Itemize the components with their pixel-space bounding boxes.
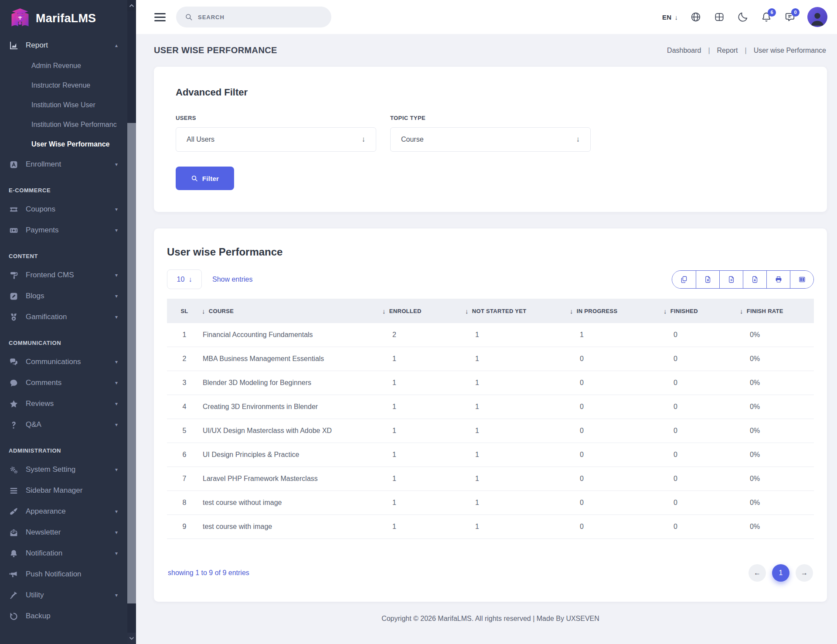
sidebar-section-e-commerce: E-COMMERCE [0, 175, 127, 199]
sidebar-subitem-user-wise-performance[interactable]: User Wise Performance [0, 134, 127, 154]
payments-icon [9, 226, 18, 235]
sidebar-item-sidebar-manager[interactable]: Sidebar Manager [0, 480, 127, 501]
brand-logo[interactable]: MarifaLMS [0, 0, 127, 35]
sidebar-item-push-notification[interactable]: Push Notification [0, 564, 127, 585]
previous-page-button[interactable]: ← [749, 564, 766, 582]
export-csv-button[interactable] [719, 271, 743, 288]
sidebar-item-label: Reviews [26, 399, 54, 408]
breadcrumb-report[interactable]: Report [717, 47, 738, 55]
column-header-not-started-yet: ↓NOT STARTED YET [465, 307, 570, 315]
value-cell: 0% [740, 403, 814, 411]
export-print-button[interactable] [766, 271, 790, 288]
sidebar-item-blogs[interactable]: Blogs▾ [0, 286, 127, 307]
filter-button[interactable]: Filter [176, 167, 234, 190]
globe-icon[interactable] [690, 11, 701, 23]
page-content: USER WISE PERFORMANCE Dashboard | Report… [136, 34, 837, 644]
chevron-down-icon: ▾ [115, 161, 118, 167]
user-avatar[interactable] [807, 7, 827, 27]
sidebar-item-communications[interactable]: Communications▾ [0, 351, 127, 372]
value-cell: 0% [740, 451, 814, 459]
value-cell: 1 [465, 475, 570, 483]
value-cell: 1 [465, 451, 570, 459]
search-icon [191, 175, 198, 182]
brand-name: MarifaLMS [36, 12, 96, 25]
sort-arrow-icon[interactable]: ↓ [663, 307, 667, 315]
sidebar-item-system-setting[interactable]: System Setting▾ [0, 459, 127, 480]
column-header-label: SL [180, 308, 188, 314]
export-pdf-button[interactable] [743, 271, 766, 288]
column-header-label: NOT STARTED YET [472, 308, 527, 314]
paint-roller-icon [9, 271, 18, 280]
sidebar-subitem-institution-wise-performanc[interactable]: Institution Wise Performanc [0, 115, 127, 134]
dark-mode-moon-icon[interactable] [737, 11, 749, 23]
layout-grid-icon[interactable] [713, 11, 725, 23]
current-page-button[interactable]: 1 [772, 564, 789, 582]
value-cell: 0 [570, 379, 663, 387]
export-button-group [672, 270, 814, 289]
sidebar-item-q-a[interactable]: Q&A▾ [0, 414, 127, 435]
sidebar-item-gamification[interactable]: Gamification▾ [0, 307, 127, 327]
next-page-button[interactable]: → [796, 564, 813, 582]
sidebar-subitem-institution-wise-user[interactable]: Institution Wise User [0, 95, 127, 115]
messages-icon[interactable]: 0 [784, 11, 796, 23]
sort-arrow-icon[interactable]: ↓ [202, 307, 205, 315]
sidebar-item-payments[interactable]: Payments▾ [0, 220, 127, 241]
table-card-title: User wise Performance [154, 246, 827, 258]
value-cell: 1 [382, 499, 465, 507]
export-excel-button[interactable] [696, 271, 719, 288]
chevron-down-icon: ▾ [115, 314, 118, 320]
sidebar-item-notification[interactable]: Notification▾ [0, 543, 127, 564]
print-export-icon [775, 276, 783, 283]
sidebar-scrollbar[interactable] [127, 0, 136, 644]
sidebar-item-newsletter[interactable]: Newsletter▾ [0, 522, 127, 543]
export-copy-button[interactable] [672, 271, 696, 288]
sidebar-item-label: Communications [26, 358, 81, 366]
sidebar-subitem-instructor-revenue[interactable]: Instructor Revenue [0, 75, 127, 95]
value-cell: 0 [570, 427, 663, 435]
value-cell: 1 [382, 475, 465, 483]
value-cell: 0 [570, 523, 663, 531]
search-bar[interactable] [176, 7, 331, 27]
value-cell: 0 [663, 355, 740, 363]
sort-arrow-icon[interactable]: ↓ [740, 307, 743, 315]
sidebar-item-frontend-cms[interactable]: Frontend CMS▾ [0, 265, 127, 286]
scroll-down-icon[interactable] [127, 633, 136, 644]
value-cell: 0 [663, 331, 740, 339]
breadcrumb: Dashboard | Report | User wise Performan… [667, 47, 826, 55]
sort-arrow-icon[interactable]: ↓ [382, 307, 386, 315]
sidebar-item-appearance[interactable]: Appearance▾ [0, 501, 127, 522]
scrollbar-thumb[interactable] [127, 123, 136, 603]
course-cell: test course without image [202, 499, 382, 507]
sort-arrow-icon[interactable]: ↓ [465, 307, 469, 315]
language-selector[interactable]: EN ↓ [662, 14, 678, 21]
sidebar-item-backup[interactable]: Backup [0, 606, 127, 627]
sidebar-item-reviews[interactable]: Reviews▾ [0, 393, 127, 414]
table-row: 2MBA Business Management Essentials11000… [167, 347, 814, 371]
topic-type-select[interactable]: Course ↓ [390, 127, 591, 152]
entries-summary: showing 1 to 9 of 9 entries [168, 569, 249, 577]
column-header-label: FINISHED [670, 308, 698, 314]
menu-toggle-icon[interactable] [154, 13, 166, 21]
search-input[interactable] [198, 14, 307, 20]
sidebar-item-coupons[interactable]: Coupons▾ [0, 199, 127, 220]
sidebar-item-label: Payments [26, 226, 59, 235]
entries-per-page-select[interactable]: 10 ↓ [167, 269, 202, 289]
scroll-up-icon[interactable] [127, 0, 136, 11]
medal-icon [9, 313, 18, 322]
value-cell: 0% [740, 523, 814, 531]
sidebar-item-label: Utility [26, 591, 44, 600]
sidebar-section-communication: COMMUNICATION [0, 327, 127, 351]
breadcrumb-dashboard[interactable]: Dashboard [667, 47, 701, 55]
sidebar-item-label: Q&A [26, 420, 41, 429]
sort-arrow-icon[interactable]: ↓ [570, 307, 573, 315]
sidebar-item-utility[interactable]: Utility▾ [0, 585, 127, 606]
export-columns-button[interactable] [790, 271, 813, 288]
sidebar-item-label: Blogs [26, 292, 44, 300]
sidebar-subitem-admin-revenue[interactable]: Admin Revenue [0, 56, 127, 75]
sidebar-item-report[interactable]: Report▴ [0, 35, 127, 56]
users-select[interactable]: All Users ↓ [176, 127, 376, 152]
sidebar-item-enrollment[interactable]: Enrollment▾ [0, 154, 127, 175]
brand-logo-icon [9, 7, 31, 30]
notifications-bell-icon[interactable]: 6 [760, 11, 772, 23]
sidebar-item-comments[interactable]: Comments▾ [0, 372, 127, 393]
